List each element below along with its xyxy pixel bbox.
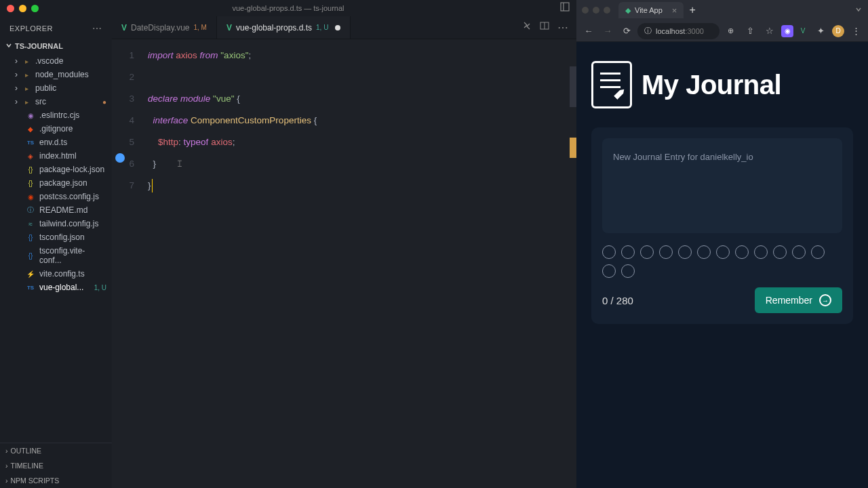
- tab-datedisplay[interactable]: V DateDisplay.vue 1, M: [112, 16, 217, 39]
- git-file-icon: ◆: [26, 124, 35, 134]
- emoji-option[interactable]: [773, 245, 787, 259]
- timeline-panel[interactable]: ›TIMELINE: [0, 458, 112, 473]
- entry-textarea[interactable]: New Journal Entry for danielkelly_io: [602, 138, 842, 233]
- tree-file-index-html[interactable]: ◈index.html: [0, 149, 112, 163]
- new-tab-button[interactable]: +: [689, 4, 695, 16]
- vscode-window: vue-global-props.d.ts — ts-journal EXPLO…: [0, 0, 576, 488]
- chevron-right-icon: ›: [15, 70, 18, 79]
- outline-panel[interactable]: ›OUTLINE: [0, 443, 112, 458]
- explorer-sidebar: EXPLORER ⋯ TS-JOURNAL ›▸.vscode ›▸node_m…: [0, 16, 112, 488]
- emoji-option[interactable]: [640, 245, 654, 259]
- chevron-right-icon: ›: [5, 462, 8, 470]
- browser-tab[interactable]: ◆ Vite App ×: [618, 2, 684, 18]
- tree-folder-src[interactable]: ›▸src●: [0, 95, 112, 108]
- button-label: Remember: [766, 295, 812, 306]
- more-actions-icon[interactable]: ⋯: [557, 21, 568, 34]
- vue-devtools-icon[interactable]: V: [797, 25, 809, 37]
- json-file-icon: {}: [26, 165, 35, 174]
- tree-file-tsconfig[interactable]: {}tsconfig.json: [0, 230, 112, 244]
- url-input[interactable]: ⓘ localhost:3000: [637, 23, 719, 39]
- caret-icon: [152, 179, 153, 192]
- postcss-file-icon: ◉: [26, 192, 35, 201]
- project-name: TS-JOURNAL: [15, 42, 63, 50]
- arrow-circle-icon: →: [819, 294, 831, 306]
- explorer-more-icon[interactable]: ⋯: [92, 23, 102, 34]
- tree-file-vue-global[interactable]: TSvue-global...1, U: [0, 281, 112, 294]
- minimize-window-button[interactable]: [19, 5, 26, 12]
- minimap[interactable]: [570, 66, 576, 107]
- emoji-option[interactable]: [716, 245, 730, 259]
- zoom-icon[interactable]: ⊕: [722, 23, 738, 39]
- compare-icon[interactable]: [522, 21, 532, 34]
- entry-card: New Journal Entry for danielkelly_io 0: [591, 127, 853, 324]
- back-button[interactable]: ←: [580, 23, 597, 39]
- emoji-option[interactable]: [621, 245, 635, 259]
- scroll-indicator: [570, 138, 576, 158]
- tree-file-vite-config[interactable]: ⚡vite.config.ts: [0, 267, 112, 281]
- browser-minimize-button[interactable]: [593, 7, 599, 14]
- folder-icon: ▸: [22, 56, 31, 66]
- bookmark-icon[interactable]: ☆: [762, 23, 778, 39]
- folder-icon: ▸: [22, 83, 31, 93]
- toolbar-icons: ⊕ ⇧ ☆ ◉ V ✦ D ⋮: [722, 23, 864, 39]
- folder-icon: ▸: [22, 70, 31, 79]
- extension-icon[interactable]: ◉: [781, 25, 793, 37]
- tab-vue-global-props[interactable]: V vue-global-props.d.ts 1, U: [217, 16, 351, 39]
- tree-folder-vscode[interactable]: ›▸.vscode: [0, 54, 112, 68]
- tab-dropdown-icon[interactable]: [854, 4, 863, 16]
- browser-tabbar: ◆ Vite App × +: [576, 0, 868, 20]
- vscode-body: EXPLORER ⋯ TS-JOURNAL ›▸.vscode ›▸node_m…: [0, 16, 576, 488]
- profile-avatar-icon[interactable]: D: [832, 25, 844, 37]
- explorer-title: EXPLORER: [9, 24, 53, 33]
- close-window-button[interactable]: [7, 5, 14, 12]
- share-icon[interactable]: ⇧: [742, 23, 758, 39]
- tree-folder-public[interactable]: ›▸public: [0, 81, 112, 95]
- emoji-option[interactable]: [621, 264, 635, 278]
- browser-close-button[interactable]: [582, 7, 589, 14]
- html-file-icon: ◈: [26, 151, 35, 161]
- emoji-option[interactable]: [602, 245, 616, 259]
- code-editor[interactable]: 1 2 3 4 5 6 7 import axios from "axios";…: [112, 39, 576, 488]
- entry-placeholder: New Journal Entry for danielkelly_io: [613, 152, 753, 162]
- emoji-option[interactable]: [811, 245, 825, 259]
- tree-file-env[interactable]: TSenv.d.ts: [0, 136, 112, 149]
- file-tree: ›▸.vscode ›▸node_modules ›▸public ›▸src●…: [0, 53, 112, 443]
- project-header[interactable]: TS-JOURNAL: [0, 39, 112, 53]
- reload-button[interactable]: ⟳: [618, 23, 635, 39]
- tree-file-postcss[interactable]: ◉postcss.config.js: [0, 190, 112, 203]
- layout-icon[interactable]: [560, 2, 570, 14]
- tab-close-icon[interactable]: ×: [672, 5, 677, 16]
- split-editor-icon[interactable]: [540, 21, 549, 34]
- vite-favicon-icon: ◆: [625, 6, 631, 15]
- emoji-option[interactable]: [792, 245, 806, 259]
- app-header: My Journal: [591, 61, 853, 108]
- remember-button[interactable]: Remember →: [755, 287, 842, 313]
- emoji-option[interactable]: [754, 245, 768, 259]
- tree-file-tsconfig-vite[interactable]: {}tsconfig.vite-conf...: [0, 244, 112, 267]
- browser-maximize-button[interactable]: [604, 7, 610, 14]
- emoji-option[interactable]: [659, 245, 673, 259]
- tree-folder-node-modules[interactable]: ›▸node_modules: [0, 68, 112, 81]
- maximize-window-button[interactable]: [31, 5, 39, 12]
- tree-file-readme[interactable]: ⓘREADME.md: [0, 203, 112, 217]
- tree-file-eslintrc[interactable]: ◉.eslintrc.cjs: [0, 108, 112, 122]
- extensions-icon[interactable]: ✦: [812, 23, 829, 39]
- menu-icon[interactable]: ⋮: [848, 23, 864, 39]
- code-content[interactable]: import axios from "axios"; declare modul…: [142, 39, 576, 488]
- emoji-option[interactable]: [735, 245, 749, 259]
- emoji-option[interactable]: [697, 245, 711, 259]
- emoji-option[interactable]: [602, 264, 616, 278]
- tree-file-tailwind[interactable]: ≈tailwind.config.js: [0, 217, 112, 230]
- tree-file-package-lock[interactable]: {}package-lock.json: [0, 163, 112, 176]
- emoji-option[interactable]: [678, 245, 692, 259]
- lightbulb-icon[interactable]: [115, 153, 125, 163]
- tree-file-package[interactable]: {}package.json: [0, 176, 112, 190]
- site-info-icon[interactable]: ⓘ: [644, 26, 652, 36]
- editor-actions: ⋯: [522, 21, 576, 34]
- npm-scripts-panel[interactable]: ›NPM SCRIPTS: [0, 473, 112, 488]
- modified-dot-icon: ●: [102, 98, 106, 106]
- address-bar: ← → ⟳ ⓘ localhost:3000 ⊕ ⇧ ☆ ◉ V ✦ D ⋮: [576, 20, 868, 42]
- ts-file-icon: TS: [26, 283, 35, 292]
- tree-file-gitignore[interactable]: ◆.gitignore: [0, 122, 112, 136]
- forward-button[interactable]: →: [599, 23, 616, 39]
